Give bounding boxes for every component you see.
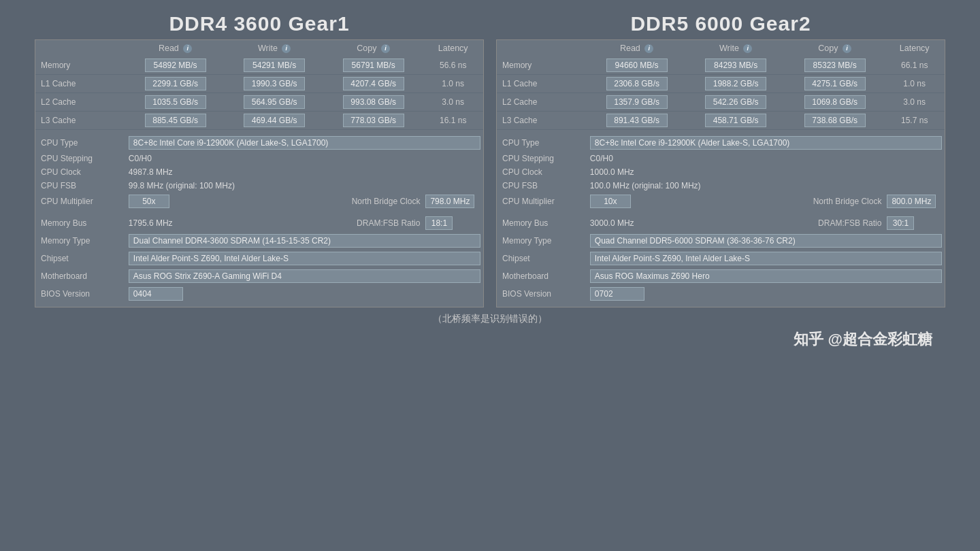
bios-version-label: BIOS Version: [35, 285, 126, 303]
row-label: L2 Cache: [497, 93, 587, 112]
read-cell: 54892 MB/s: [126, 56, 225, 75]
left-table: Read i Write i Copy i Latency: [35, 40, 483, 303]
read-value: 1357.9 GB/s: [606, 95, 668, 109]
read-cell: 1035.5 GB/s: [126, 93, 225, 112]
copy-cell: 85323 MB/s: [785, 56, 885, 75]
cpu-clock-label: CPU Clock: [497, 165, 587, 179]
cpu-multiplier-value: 50x: [126, 193, 324, 210]
table-row: L2 Cache 1035.5 GB/s 564.95 GB/s 993.08 …: [35, 93, 483, 112]
read-cell: 885.45 GB/s: [126, 112, 225, 130]
copy-cell: 1069.8 GB/s: [785, 93, 885, 112]
dram-fsb-box: 18:1: [425, 216, 453, 230]
table-row: L2 Cache 1357.9 GB/s 542.26 GB/s 1069.8 …: [497, 93, 945, 112]
read-cell: 1357.9 GB/s: [587, 93, 687, 112]
table-row: Memory 94660 MB/s 84293 MB/s 85323 MB/s …: [497, 56, 945, 75]
read-value: 54892 MB/s: [145, 59, 206, 72]
motherboard-label: Motherboard: [497, 267, 587, 285]
nb-clock-label: North Bridge Clock: [324, 193, 423, 210]
write-value: 84293 MB/s: [705, 59, 766, 72]
nb-clock-box: 800.0 MHz: [887, 195, 936, 208]
cpu-fsb-value: 99.8 MHz (original: 100 MHz): [126, 179, 483, 193]
latency-cell: 56.6 ns: [423, 56, 483, 75]
right-write-info-icon[interactable]: i: [743, 44, 752, 53]
read-value: 1035.5 GB/s: [145, 95, 206, 109]
right-title: DDR5 6000 Gear2: [496, 12, 945, 35]
latency-cell: 66.1 ns: [884, 56, 945, 75]
copy-value: 738.68 GB/s: [804, 114, 866, 127]
write-cell: 469.44 GB/s: [225, 112, 324, 130]
copy-cell: 4207.4 GB/s: [324, 75, 423, 93]
main-content: DDR4 3600 Gear1 Read i Write i: [20, 12, 960, 307]
memory-type-value: Dual Channel DDR4-3600 SDRAM (14-15-15-3…: [126, 232, 483, 250]
right-read-info-icon[interactable]: i: [644, 44, 653, 53]
write-cell: 564.95 GB/s: [225, 93, 324, 112]
dram-fsb-label: DRAM:FSB Ratio: [324, 214, 423, 232]
motherboard-value: Asus ROG Maximus Z690 Hero: [587, 267, 945, 285]
read-value: 2306.8 GB/s: [606, 77, 668, 90]
cpu-stepping-row: CPU SteppingC0/H0: [497, 152, 945, 165]
memory-bus-row: Memory Bus 3000.0 MHz DRAM:FSB Ratio 30:…: [497, 214, 945, 232]
right-table-panel: Read i Write i Copy i Latency: [496, 39, 945, 307]
watermark: 知乎 @超合金彩虹糖: [20, 329, 960, 350]
write-value: 469.44 GB/s: [244, 114, 305, 127]
copy-value: 993.08 GB/s: [343, 95, 404, 109]
memory-type-row: Memory TypeQuad Channel DDR5-6000 SDRAM …: [497, 232, 945, 250]
left-write-info-icon[interactable]: i: [282, 44, 291, 53]
copy-value: 85323 MB/s: [804, 59, 866, 72]
cpu-fsb-row: CPU FSB100.0 MHz (original: 100 MHz): [497, 179, 945, 193]
right-panel: DDR5 6000 Gear2 Read i Write i: [496, 12, 945, 307]
cpu-stepping-row: CPU SteppingC0/H0: [35, 152, 483, 165]
read-value: 891.43 GB/s: [606, 114, 668, 127]
read-value: 2299.1 GB/s: [145, 77, 206, 90]
write-cell: 1988.2 GB/s: [686, 75, 785, 93]
left-read-header: Read: [159, 44, 179, 53]
right-table: Read i Write i Copy i Latency: [497, 40, 945, 303]
cpu-stepping-label: CPU Stepping: [35, 152, 126, 165]
table-row: L3 Cache 891.43 GB/s 458.71 GB/s 738.68 …: [497, 112, 945, 130]
cpu-stepping-value: C0/H0: [126, 152, 483, 165]
table-row: L1 Cache 2299.1 GB/s 1990.3 GB/s 4207.4 …: [35, 75, 483, 93]
chipset-value: Intel Alder Point-S Z690, Intel Alder La…: [126, 250, 483, 267]
cpu-clock-value: 1000.0 MHz: [587, 165, 945, 179]
motherboard-value: Asus ROG Strix Z690-A Gaming WiFi D4: [126, 267, 483, 285]
memory-type-label: Memory Type: [497, 232, 587, 250]
write-cell: 1990.3 GB/s: [225, 75, 324, 93]
memory-bus-value: 3000.0 MHz: [587, 214, 785, 232]
cpu-multiplier-label: CPU Multiplier: [35, 193, 126, 210]
memory-bus-label: Memory Bus: [497, 214, 587, 232]
cpu-type-value: 8C+8c Intel Core i9-12900K (Alder Lake-S…: [126, 134, 483, 152]
memory-bus-label: Memory Bus: [35, 214, 126, 232]
motherboard-label: Motherboard: [35, 267, 126, 285]
write-value: 1988.2 GB/s: [705, 77, 766, 90]
cpu-stepping-value: C0/H0: [587, 152, 945, 165]
nb-clock-label: North Bridge Clock: [785, 193, 885, 210]
cpu-multiplier-value: 10x: [587, 193, 785, 210]
latency-cell: 1.0 ns: [423, 75, 483, 93]
write-value: 458.71 GB/s: [705, 114, 766, 127]
chipset-row: ChipsetIntel Alder Point-S Z690, Intel A…: [497, 250, 945, 267]
read-value: 94660 MB/s: [606, 59, 668, 72]
left-title: DDR4 3600 Gear1: [35, 12, 484, 35]
read-cell: 2306.8 GB/s: [587, 75, 687, 93]
write-value: 564.95 GB/s: [244, 95, 305, 109]
cpu-type-label: CPU Type: [497, 134, 587, 152]
motherboard-row: MotherboardAsus ROG Maximus Z690 Hero: [497, 267, 945, 285]
copy-value: 4275.1 GB/s: [804, 77, 866, 90]
left-copy-info-icon[interactable]: i: [381, 44, 390, 53]
cpu-fsb-value: 100.0 MHz (original: 100 MHz): [587, 179, 945, 193]
cpu-clock-value: 4987.8 MHz: [126, 165, 483, 179]
copy-cell: 56791 MB/s: [324, 56, 423, 75]
left-read-info-icon[interactable]: i: [183, 44, 192, 53]
nb-clock-value-cell: 800.0 MHz: [884, 193, 945, 210]
nb-clock-value-cell: 798.0 MHz: [423, 193, 483, 210]
row-label: L2 Cache: [35, 93, 126, 112]
right-copy-info-icon[interactable]: i: [843, 44, 851, 53]
copy-value: 4207.4 GB/s: [343, 77, 404, 90]
copy-cell: 4275.1 GB/s: [785, 75, 885, 93]
bios-version-value: 0702: [587, 285, 945, 303]
copy-cell: 738.68 GB/s: [785, 112, 885, 130]
read-cell: 94660 MB/s: [587, 56, 687, 75]
cpu-multiplier-row: CPU Multiplier 10x North Bridge Clock 80…: [497, 193, 945, 210]
bios-version-row: BIOS Version0404: [35, 285, 483, 303]
cpu-stepping-label: CPU Stepping: [497, 152, 587, 165]
